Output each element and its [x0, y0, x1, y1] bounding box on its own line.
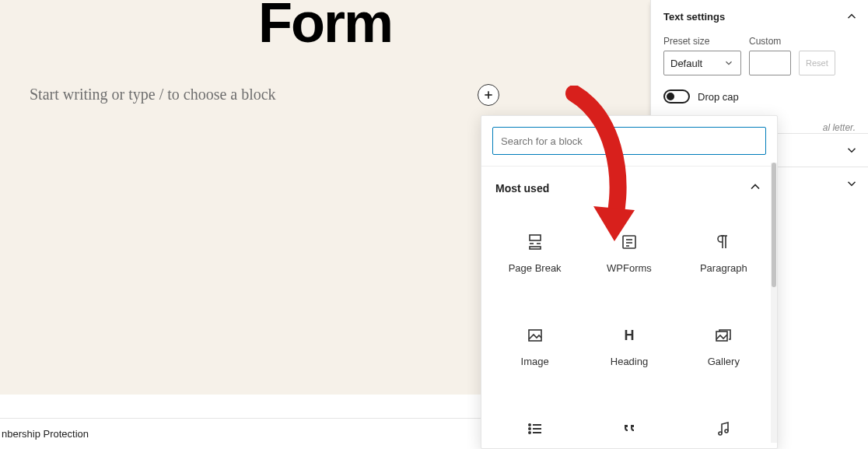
inserter-scrollbar-thumb[interactable]	[772, 163, 776, 287]
block-paragraph[interactable]: Paragraph	[677, 206, 771, 300]
chevron-up-icon	[845, 9, 859, 23]
preset-size-select[interactable]: Default	[663, 51, 741, 75]
block-quote[interactable]: Quote	[582, 393, 676, 448]
most-used-title: Most used	[495, 182, 549, 195]
block-list[interactable]: List	[488, 393, 582, 448]
add-block-button[interactable]	[478, 84, 499, 106]
footer-label: nbership Protection	[0, 428, 89, 440]
gallery-icon	[714, 326, 733, 345]
block-gallery[interactable]: Gallery	[677, 300, 771, 393]
block-image[interactable]: Image	[488, 300, 582, 393]
chevron-down-icon	[845, 177, 859, 191]
toggle-knob	[667, 93, 674, 100]
svg-point-18	[529, 428, 530, 430]
chevron-down-icon	[723, 58, 734, 68]
svg-rect-5	[530, 247, 541, 249]
svg-point-16	[529, 424, 530, 426]
block-page-break[interactable]: Page Break	[488, 206, 582, 300]
svg-text:H: H	[624, 328, 634, 343]
wpforms-icon	[620, 233, 639, 251]
blocks-grid: Page Break WPForms Paragraph Image	[481, 202, 777, 448]
svg-point-23	[725, 430, 728, 433]
block-label: Image	[521, 356, 549, 367]
image-icon	[526, 326, 544, 345]
page-title: Form	[0, 0, 650, 54]
svg-rect-2	[530, 235, 541, 240]
quote-icon	[620, 419, 639, 438]
heading-icon: H	[620, 326, 639, 345]
page-break-icon	[526, 233, 544, 251]
block-wpforms[interactable]: WPForms	[582, 206, 676, 300]
most-used-header[interactable]: Most used	[481, 167, 777, 202]
block-heading[interactable]: H Heading	[582, 300, 676, 393]
svg-point-20	[529, 432, 530, 433]
reset-button[interactable]: Reset	[799, 51, 835, 75]
custom-size-label: Custom	[749, 36, 791, 47]
paragraph-icon	[714, 233, 733, 251]
block-audio[interactable]: Audio	[677, 393, 771, 448]
block-label: Paragraph	[700, 262, 747, 274]
drop-cap-label: Drop cap	[698, 91, 739, 103]
block-search-input[interactable]	[492, 127, 766, 155]
plus-circle-icon	[482, 89, 495, 101]
drop-cap-toggle[interactable]	[663, 89, 690, 103]
preset-size-label: Preset size	[663, 36, 741, 47]
text-settings-header[interactable]: Text settings	[651, 0, 868, 33]
block-inserter-popover: Most used Page Break WPForms	[481, 115, 778, 449]
list-icon	[526, 419, 544, 438]
audio-icon	[714, 419, 733, 438]
svg-point-22	[719, 432, 722, 435]
paragraph-placeholder[interactable]: Start writing or type / to choose a bloc…	[30, 86, 276, 103]
block-label: Heading	[611, 356, 648, 367]
block-label: Page Break	[509, 262, 562, 274]
text-settings-title: Text settings	[663, 11, 725, 23]
chevron-down-icon	[845, 143, 859, 157]
custom-size-input[interactable]	[749, 51, 791, 75]
chevron-up-icon	[747, 179, 763, 197]
preset-size-value: Default	[670, 58, 702, 69]
text-settings-body: Preset size Default Custom Reset Drop ca…	[651, 33, 868, 116]
block-label: Gallery	[708, 356, 740, 367]
block-label: WPForms	[607, 262, 652, 274]
